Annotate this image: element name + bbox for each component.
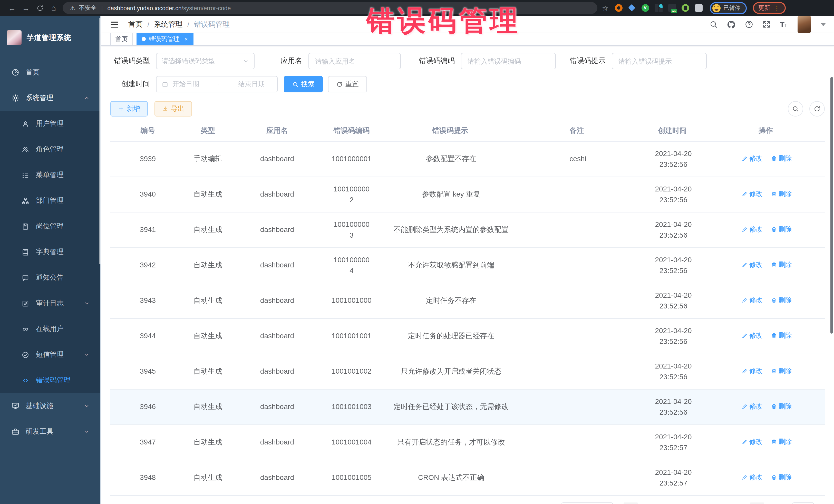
sidebar-item-roles[interactable]: 角色管理 — [0, 136, 100, 162]
delete-link[interactable]: 删除 — [771, 189, 792, 199]
delete-link[interactable]: 删除 — [771, 472, 792, 483]
reset-button[interactable]: 重置 — [328, 76, 367, 92]
back-icon[interactable]: ← — [5, 0, 19, 16]
sidebar-item-notice[interactable]: 通知公告 — [0, 265, 100, 290]
forward-icon[interactable]: → — [19, 0, 33, 16]
cell-id: 3944 — [110, 318, 185, 354]
table-row: 3940 自动生成 dashboard 100100000 2 参数配置 key… — [110, 177, 825, 212]
edit-link[interactable]: 修改 — [742, 224, 763, 235]
reload-icon[interactable] — [33, 0, 47, 16]
add-button[interactable]: 新增 — [110, 101, 148, 116]
bookmark-star-icon[interactable]: ☆ — [602, 4, 609, 12]
github-icon[interactable] — [727, 20, 736, 29]
caret-down-icon[interactable] — [821, 23, 826, 26]
delete-link[interactable]: 删除 — [771, 366, 792, 376]
more-menu-icon[interactable]: ⋮ — [774, 4, 780, 12]
delete-link[interactable]: 删除 — [771, 259, 792, 270]
sidebar-item-dict[interactable]: 字典管理 — [0, 239, 100, 265]
extension-figure-icon[interactable] — [681, 4, 689, 12]
sidebar-item-home[interactable]: 首页 — [0, 60, 100, 85]
extensions-puzzle-icon[interactable] — [695, 4, 702, 12]
help-icon[interactable] — [745, 20, 754, 29]
tab-error-code[interactable]: 错误码管理 × — [136, 33, 194, 45]
sidebar-item-infra[interactable]: 基础设施 — [0, 393, 100, 419]
hamburger-icon[interactable] — [110, 20, 119, 29]
delete-link[interactable]: 删除 — [771, 295, 792, 306]
sidebar-item-system[interactable]: 系统管理 — [0, 85, 100, 111]
edit-link[interactable]: 修改 — [742, 259, 763, 270]
edit-link[interactable]: 修改 — [742, 366, 763, 376]
delete-link[interactable]: 删除 — [771, 153, 792, 164]
sidebar-item-depts[interactable]: 部门管理 — [0, 188, 100, 214]
home-icon[interactable]: ⌂ — [47, 0, 61, 16]
delete-link[interactable]: 删除 — [771, 224, 792, 235]
delete-link[interactable]: 删除 — [771, 330, 792, 341]
edit-link[interactable]: 修改 — [742, 330, 763, 341]
search-button[interactable]: 搜索 — [284, 76, 323, 92]
toggle-search-icon[interactable] — [788, 101, 803, 116]
edit-link-label: 修改 — [749, 366, 763, 376]
sidebar-item-menus[interactable]: 菜单管理 — [0, 162, 100, 188]
url-path[interactable]: /system/error-code — [182, 5, 231, 11]
sidebar-item-audit-log[interactable]: 审计日志 — [0, 290, 100, 316]
sidebar-item-users[interactable]: 用户管理 — [0, 111, 100, 136]
sidebar-scrollbar[interactable] — [99, 18, 101, 264]
extension-on-badge-icon[interactable]: on — [668, 4, 676, 12]
sidebar-item-online-users[interactable]: 在线用户 — [0, 316, 100, 342]
search-button-label: 搜索 — [301, 80, 314, 89]
app-name-input[interactable] — [308, 53, 401, 69]
edit-link[interactable]: 修改 — [742, 153, 763, 164]
cell-code: 1001001002 — [324, 354, 379, 389]
user-avatar[interactable] — [797, 16, 811, 33]
cell-time: 2021-04-20 23:52:56 — [648, 212, 729, 247]
export-button[interactable]: 导出 — [154, 101, 192, 116]
profile-paused-pill[interactable]: 已暂停 — [709, 2, 746, 14]
monitor-icon — [11, 402, 20, 410]
extension-grid-icon[interactable] — [655, 4, 662, 12]
breadcrumb-home[interactable]: 首页 — [128, 20, 143, 29]
error-message-input[interactable] — [612, 53, 707, 69]
extension-gem-icon[interactable] — [628, 4, 636, 12]
page-size-select[interactable]: 10条/页 — [562, 502, 613, 504]
filter-row-2: 创建时间 开始日期 - 结束日期 搜索 重置 — [110, 76, 825, 92]
error-code-input[interactable] — [461, 53, 556, 69]
edit-link[interactable]: 修改 — [742, 401, 763, 412]
fullscreen-icon[interactable] — [762, 20, 771, 29]
refresh-icon[interactable] — [809, 101, 825, 116]
edit-link[interactable]: 修改 — [742, 295, 763, 306]
cell-app: dashboard — [231, 354, 324, 389]
page-scrollbar[interactable] — [830, 77, 833, 334]
search-icon[interactable] — [709, 20, 718, 29]
extension-orange-icon[interactable] — [615, 4, 622, 12]
extension-v-icon[interactable]: V — [641, 4, 649, 12]
close-icon[interactable]: × — [183, 36, 190, 42]
breadcrumb-system[interactable]: 系统管理 — [154, 20, 183, 29]
url-host[interactable]: dashboard.yudao.iocoder.cn — [108, 5, 182, 11]
goto-page-input[interactable] — [792, 502, 814, 504]
delete-link[interactable]: 删除 — [771, 437, 792, 447]
cell-type: 自动生成 — [185, 354, 231, 389]
sidebar-item-posts[interactable]: 岗位管理 — [0, 214, 100, 239]
sidebar-logo-row[interactable]: 芋道管理系统 — [0, 16, 100, 60]
browser-update-button[interactable]: 更新 ⋮ — [753, 2, 786, 14]
sidebar-item-dev-tools[interactable]: 研发工具 — [0, 419, 100, 444]
table-row: 3944 自动生成 dashboard 1001001001 定时任务的处理器已… — [110, 318, 825, 354]
security-label[interactable]: 不安全 — [79, 4, 97, 12]
tab-home[interactable]: 首页 — [110, 33, 133, 45]
delete-link[interactable]: 删除 — [771, 401, 792, 412]
date-range-picker[interactable]: 开始日期 - 结束日期 — [156, 76, 278, 92]
edit-link[interactable]: 修改 — [742, 437, 763, 447]
font-size-icon[interactable]: TT — [780, 21, 787, 28]
prev-page-button[interactable] — [623, 502, 638, 504]
sms-icon — [22, 351, 30, 358]
error-type-select[interactable]: 请选择错误码类型 — [156, 53, 255, 69]
filter-time-label: 创建时间 — [110, 80, 150, 89]
edit-link[interactable]: 修改 — [742, 472, 763, 483]
cell-ops: 修改 删除 — [729, 177, 825, 212]
edit-link[interactable]: 修改 — [742, 189, 763, 199]
sidebar-item-error-code[interactable]: 错误码管理 — [0, 368, 100, 393]
delete-link-label: 删除 — [778, 153, 792, 164]
next-page-button[interactable] — [750, 502, 764, 504]
sidebar-item-sms[interactable]: 短信管理 — [0, 342, 100, 368]
user-icon — [22, 120, 30, 128]
